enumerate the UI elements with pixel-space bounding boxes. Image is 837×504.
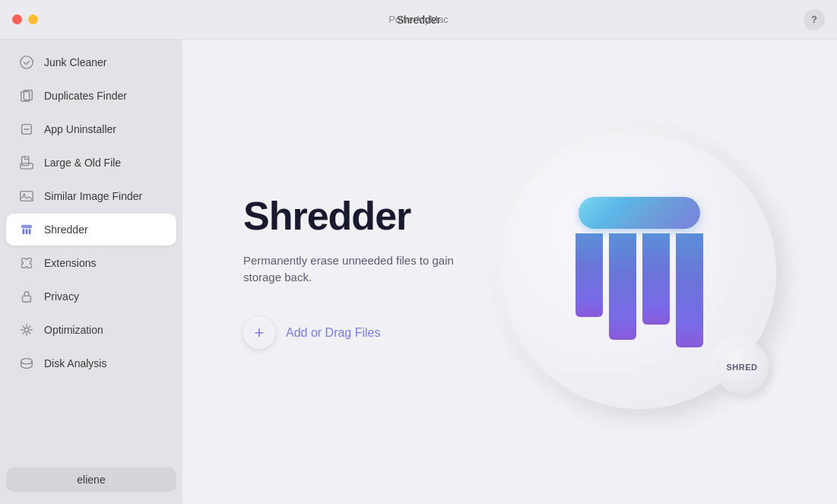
window-title-label: Shredder — [397, 14, 441, 26]
similar-image-icon — [18, 188, 35, 204]
sidebar-item-label: Optimization — [44, 324, 103, 336]
svg-rect-12 — [23, 296, 31, 302]
junk-cleaner-icon — [18, 54, 35, 71]
sidebar: Junk Cleaner Duplicates Finder App Unins… — [0, 40, 182, 504]
sidebar-item-duplicates-finder[interactable]: Duplicates Finder — [6, 80, 176, 112]
user-button[interactable]: eliene — [6, 468, 176, 492]
svg-rect-9 — [23, 229, 25, 234]
sidebar-footer: eliene — [0, 461, 182, 498]
sidebar-item-shredder[interactable]: Shredder — [6, 214, 176, 246]
main-layout: Junk Cleaner Duplicates Finder App Unins… — [0, 40, 837, 504]
shredder-tooth-3 — [642, 233, 670, 325]
shredder-teeth — [575, 233, 703, 347]
svg-point-7 — [23, 194, 25, 196]
shred-button[interactable]: SHRED — [715, 341, 769, 394]
page-title: Shredder — [243, 195, 503, 238]
duplicates-finder-icon — [18, 87, 35, 104]
content-area: Shredder Permanently erase unneeded file… — [182, 40, 837, 504]
shredder-tooth-2 — [609, 233, 636, 340]
minimize-button[interactable] — [28, 14, 38, 24]
sidebar-item-label: Privacy — [44, 290, 79, 303]
sidebar-item-label: Disk Analysis — [44, 357, 106, 369]
svg-rect-10 — [26, 229, 28, 234]
optimization-icon — [18, 322, 35, 338]
sidebar-item-label: Duplicates Finder — [44, 90, 127, 102]
sidebar-item-extensions[interactable]: Extensions — [6, 247, 176, 279]
content-left: Shredder Permanently erase unneeded file… — [243, 195, 503, 348]
sidebar-item-label: Shredder — [44, 223, 88, 236]
sidebar-item-label: Large & Old File — [44, 157, 121, 169]
shredder-nav-icon — [18, 221, 35, 238]
illustration-container: SHRED — [503, 135, 776, 409]
svg-rect-11 — [29, 229, 31, 234]
shredder-top-bar — [579, 197, 700, 229]
help-button[interactable]: ? — [804, 9, 825, 30]
add-files-button[interactable]: + Add or Drag Files — [243, 317, 381, 349]
svg-point-0 — [21, 56, 33, 68]
add-icon: + — [243, 317, 275, 349]
svg-point-14 — [21, 359, 33, 364]
close-button[interactable] — [12, 14, 22, 24]
sidebar-item-label: Junk Cleaner — [44, 56, 107, 68]
sidebar-item-app-uninstaller[interactable]: App Uninstaller — [6, 113, 176, 145]
disk-analysis-icon — [18, 355, 35, 372]
sidebar-item-label: Extensions — [44, 257, 96, 269]
svg-rect-4 — [22, 157, 29, 166]
sidebar-item-similar-image-finder[interactable]: Similar Image Finder — [6, 180, 176, 212]
sidebar-item-junk-cleaner[interactable]: Junk Cleaner — [6, 46, 176, 78]
sidebar-item-label: App Uninstaller — [44, 123, 116, 135]
svg-point-13 — [24, 328, 28, 331]
add-files-label: Add or Drag Files — [286, 326, 381, 340]
svg-rect-8 — [21, 225, 33, 229]
titlebar: PowerMyMac Shredder ? — [0, 0, 837, 40]
sidebar-item-disk-analysis[interactable]: Disk Analysis — [6, 347, 176, 379]
page-description: Permanently erase unneeded files to gain… — [243, 252, 456, 287]
sidebar-item-large-old-file[interactable]: Large & Old File — [6, 147, 176, 179]
shredder-tooth-1 — [575, 233, 603, 317]
sidebar-item-privacy[interactable]: Privacy — [6, 281, 176, 312]
shredder-tooth-4 — [676, 233, 703, 347]
sidebar-item-label: Similar Image Finder — [44, 190, 142, 202]
svg-rect-6 — [21, 192, 33, 201]
traffic-lights — [12, 14, 38, 24]
app-uninstaller-icon — [18, 121, 35, 138]
sidebar-item-optimization[interactable]: Optimization — [6, 314, 176, 346]
shredder-illustration — [575, 197, 703, 347]
large-file-icon — [18, 154, 35, 171]
extensions-icon — [18, 255, 35, 271]
privacy-icon — [18, 288, 35, 305]
